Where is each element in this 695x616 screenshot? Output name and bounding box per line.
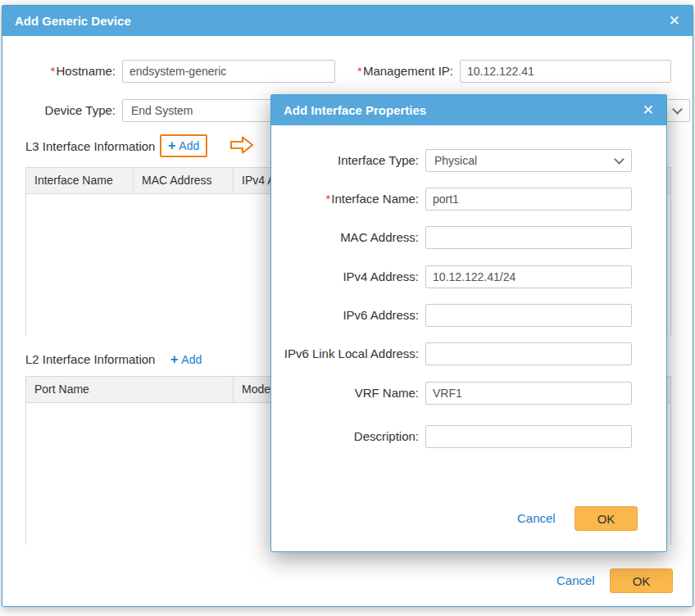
cancel-button[interactable]: Cancel — [556, 568, 595, 593]
required-asterisk: * — [51, 64, 56, 78]
ok-button[interactable]: OK — [575, 506, 638, 531]
interface-name-input[interactable] — [425, 188, 632, 211]
ipv6-link-local-input[interactable] — [425, 342, 632, 365]
ipv6-address-input[interactable] — [425, 304, 632, 327]
l3-header-interface-name[interactable]: Interface Name — [26, 168, 133, 193]
close-icon[interactable]: ✕ — [643, 103, 654, 117]
l2-section-label: L2 Interface Information — [25, 348, 155, 371]
add-interface-properties-dialog: Add Interface Properties ✕ Interface Typ… — [270, 94, 667, 552]
cancel-button[interactable]: Cancel — [517, 506, 556, 531]
interface-type-value: Physical — [434, 154, 477, 167]
description-label: Description: — [276, 425, 419, 448]
mac-address-label: MAC Address: — [276, 226, 419, 249]
hostname-label: *Hostname: — [19, 60, 116, 83]
mac-address-input[interactable] — [425, 226, 632, 249]
vrf-name-label: VRF Name: — [276, 382, 419, 405]
l3-section-label: L3 Interface Information — [25, 135, 155, 158]
management-ip-label: *Management IP: — [330, 60, 453, 83]
plus-icon: + — [170, 351, 178, 369]
hostname-input[interactable] — [122, 60, 335, 83]
vrf-name-input[interactable] — [425, 382, 632, 405]
dialog-header: Add Generic Device ✕ — [2, 6, 693, 36]
dialog-header: Add Interface Properties ✕ — [271, 95, 666, 125]
chevron-down-icon — [672, 104, 683, 115]
plus-icon: + — [168, 137, 175, 155]
interface-name-label: *Interface Name: — [276, 188, 419, 211]
l2-add-button[interactable]: + Add — [170, 348, 202, 371]
ipv6-link-local-label: IPv6 Link Local Address: — [276, 342, 419, 365]
interface-type-select[interactable]: Physical — [425, 149, 632, 172]
chevron-down-icon — [614, 154, 625, 165]
l2-header-port-name[interactable]: Port Name — [26, 377, 233, 402]
ipv6-address-label: IPv6 Address: — [276, 304, 419, 327]
dialog-title: Add Generic Device — [15, 14, 131, 28]
dialog-body: Interface Type: Physical *Interface Name… — [271, 125, 666, 551]
ok-button[interactable]: OK — [610, 568, 673, 593]
required-asterisk: * — [325, 192, 330, 206]
required-asterisk: * — [357, 64, 362, 78]
close-icon[interactable]: ✕ — [669, 14, 680, 28]
l3-add-button[interactable]: + Add — [160, 134, 207, 157]
dialog-title: Add Interface Properties — [284, 103, 426, 117]
device-type-label: Device Type: — [19, 99, 116, 122]
l3-add-label: Add — [179, 137, 199, 155]
ipv4-address-label: IPv4 Address: — [276, 265, 419, 288]
l3-header-mac-address[interactable]: MAC Address — [133, 168, 233, 193]
device-type-value: End System — [131, 104, 193, 117]
interface-type-label: Interface Type: — [276, 149, 419, 172]
management-ip-input[interactable] — [460, 60, 671, 83]
arrow-annotation-icon — [229, 134, 255, 156]
ipv4-address-input[interactable] — [425, 265, 632, 288]
l2-add-label: Add — [181, 351, 202, 369]
description-input[interactable] — [425, 425, 632, 448]
